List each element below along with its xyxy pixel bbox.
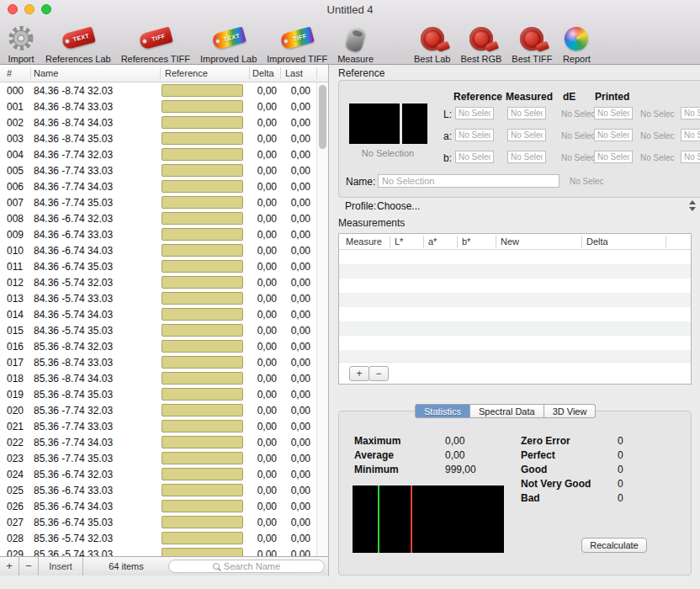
- toolbar-item-improved-lab[interactable]: TEXTImproved Lab: [195, 19, 262, 64]
- extra-l-field[interactable]: [681, 107, 700, 119]
- column-header-astar[interactable]: a*: [428, 236, 437, 247]
- table-row[interactable]: 02585.36 -6.74 33.030,000,00: [0, 482, 316, 498]
- stat-row: Perfect 0: [521, 449, 630, 464]
- column-header-last[interactable]: Last: [285, 68, 303, 78]
- table-row[interactable]: 01384.36 -5.74 33.030,000,00: [0, 290, 316, 306]
- stat-row: Good 0: [521, 464, 630, 478]
- cell-reference: [160, 244, 249, 257]
- tab-statistics[interactable]: Statistics: [415, 404, 470, 418]
- column-header-delta[interactable]: Delta: [252, 68, 274, 78]
- remove-row-button[interactable]: −: [19, 557, 39, 576]
- toolbar-item-measure[interactable]: Measure: [332, 19, 379, 64]
- column-header-id[interactable]: #: [7, 68, 12, 78]
- column-header-new[interactable]: New: [501, 236, 519, 247]
- cell-id: 027: [0, 517, 30, 528]
- measured-l-field[interactable]: [507, 107, 546, 119]
- measured-b-field[interactable]: [507, 151, 546, 163]
- column-header-bstar[interactable]: b*: [462, 236, 470, 247]
- title-bar: Untitled 4 ImportTEXTReferences LabTIFFR…: [0, 0, 700, 65]
- table-row[interactable]: 00684.36 -7.74 34.030,000,00: [0, 178, 316, 194]
- table-row[interactable]: 01785.36 -8.74 33.030,000,00: [0, 354, 316, 370]
- tab-spectral-data[interactable]: Spectral Data: [470, 404, 544, 418]
- add-measurement-button[interactable]: +: [349, 366, 369, 381]
- add-row-button[interactable]: +: [0, 557, 19, 576]
- column-header-name[interactable]: Name: [34, 68, 58, 78]
- table-row[interactable]: 01484.36 -5.74 34.030,000,00: [0, 306, 316, 322]
- table-row[interactable]: 02885.36 -5.74 32.030,000,00: [0, 530, 316, 546]
- toolbar-item-best-lab[interactable]: Best Lab: [409, 19, 455, 64]
- tab-3d-view[interactable]: 3D View: [544, 404, 597, 418]
- table-row[interactable]: 02685.36 -6.74 34.030,000,00: [0, 498, 316, 514]
- cell-delta: 0,00: [249, 421, 280, 432]
- table-row[interactable]: 02785.36 -6.74 35.030,000,00: [0, 514, 316, 530]
- table-row[interactable]: 01985.36 -8.74 35.030,000,00: [0, 386, 316, 402]
- column-header-reference[interactable]: Reference: [165, 68, 208, 78]
- table-row[interactable]: 00884.36 -6.74 32.030,000,00: [0, 210, 316, 226]
- recalculate-button[interactable]: Recalculate: [581, 538, 647, 553]
- toolbar-item-references-tiff[interactable]: TIFFReferences TIFF: [116, 19, 195, 64]
- insert-button[interactable]: Insert: [39, 557, 83, 576]
- table-row[interactable]: 01885.36 -8.74 34.030,000,00: [0, 370, 316, 386]
- table-row[interactable]: 02285.36 -7.74 34.030,000,00: [0, 434, 316, 450]
- toolbar-item-import[interactable]: Import: [2, 19, 40, 64]
- toolbar-item-best-rgb[interactable]: Best RGB: [455, 19, 506, 64]
- reference-l-field[interactable]: [455, 107, 494, 119]
- printed-b-field[interactable]: [594, 151, 633, 163]
- table-row[interactable]: 02985.36 -5.74 33.030,000,00: [0, 546, 316, 556]
- table-row[interactable]: 01685.36 -8.74 32.030,000,00: [0, 338, 316, 354]
- table-row[interactable]: 00084.36 -8.74 32.030,000,00: [0, 82, 316, 98]
- extra-b-field[interactable]: [681, 151, 700, 163]
- statistics-right-column: Zero Error 0 Perfect 0 Good 0 Not Very G…: [521, 435, 630, 507]
- reference-a-field[interactable]: [455, 129, 494, 141]
- stat-value: 0: [618, 492, 623, 504]
- scrollbar-thumb[interactable]: [319, 85, 326, 149]
- name-field[interactable]: [378, 174, 559, 188]
- search-input[interactable]: Search Name: [168, 560, 325, 573]
- table-row[interactable]: 00284.36 -8.74 34.030,000,00: [0, 114, 316, 130]
- profile-chooser[interactable]: Choose...: [377, 200, 420, 212]
- toolbar-item-report[interactable]: Report: [557, 19, 596, 64]
- extra-a-field[interactable]: [681, 129, 700, 141]
- table-row[interactable]: 00384.36 -8.74 35.030,000,00: [0, 130, 316, 146]
- remove-measurement-button[interactable]: −: [369, 366, 389, 381]
- cell-delta: 0,00: [249, 117, 280, 129]
- table-row[interactable]: 00184.36 -8.74 33.030,000,00: [0, 98, 316, 114]
- cell-reference: [160, 308, 249, 321]
- stat-label: Perfect: [521, 449, 555, 461]
- window-title: Untitled 4: [0, 3, 700, 16]
- profile-stepper-icon[interactable]: [689, 200, 698, 212]
- cell-reference: [160, 228, 249, 241]
- column-header-lstar[interactable]: L*: [395, 236, 403, 247]
- cell-delta: 0,00: [249, 437, 280, 448]
- printed-l-field[interactable]: [594, 107, 633, 119]
- table-row[interactable]: 00484.36 -7.74 32.030,000,00: [0, 146, 316, 162]
- stat-label: Minimum: [354, 464, 399, 475]
- table-row[interactable]: 02185.36 -7.74 33.030,000,00: [0, 418, 316, 434]
- printed-a-field[interactable]: [594, 129, 633, 141]
- table-row[interactable]: 00984.36 -6.74 33.030,000,00: [0, 226, 316, 242]
- reference-color-swatch: [162, 292, 243, 305]
- tag-color-icon: TEXT: [213, 24, 245, 53]
- column-header-mdelta[interactable]: Delta: [586, 236, 608, 247]
- reference-b-field[interactable]: [455, 151, 494, 163]
- table-row[interactable]: 00784.36 -7.74 35.030,000,00: [0, 194, 316, 210]
- table-row[interactable]: 01284.36 -5.74 32.030,000,00: [0, 274, 316, 290]
- table-row[interactable]: 01184.36 -6.74 35.030,000,00: [0, 258, 316, 274]
- table-row[interactable]: 00584.36 -7.74 33.030,000,00: [0, 162, 316, 178]
- table-row[interactable]: 02485.36 -6.74 32.030,000,00: [0, 466, 316, 482]
- toolbar-item-references-lab[interactable]: TEXTReferences Lab: [40, 19, 116, 64]
- reference-section-title: Reference: [338, 67, 384, 79]
- cell-last: 0,00: [280, 165, 316, 177]
- table-row[interactable]: 01584.36 -5.74 35.030,000,00: [0, 322, 316, 338]
- table-row[interactable]: 01084.36 -6.74 34.030,000,00: [0, 242, 316, 258]
- toolbar-item-best-tiff[interactable]: Best TIFF: [506, 19, 557, 64]
- table-row[interactable]: 02085.36 -7.74 32.030,000,00: [0, 402, 316, 418]
- lab-row-b: b: No Selec No Selec: [339, 151, 700, 165]
- vertical-scrollbar[interactable]: [316, 82, 328, 556]
- header-separator: [280, 67, 281, 79]
- toolbar-item-improved-tiff[interactable]: TIFFImproved TIFF: [262, 19, 332, 64]
- table-row[interactable]: 02385.36 -7.74 35.030,000,00: [0, 450, 316, 466]
- column-header-measure[interactable]: Measure: [346, 236, 382, 247]
- toolbar-item-label: References TIFF: [121, 54, 190, 64]
- measured-a-field[interactable]: [507, 129, 546, 141]
